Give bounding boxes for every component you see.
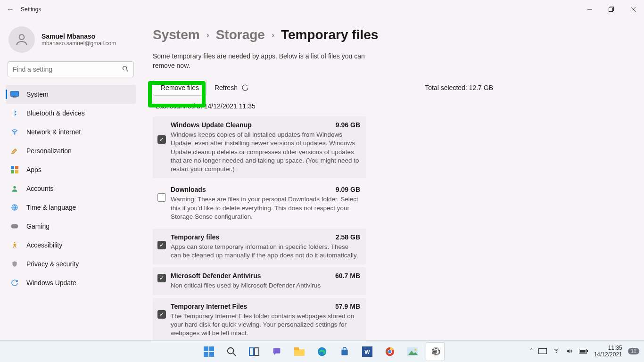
- settings-taskbar-icon[interactable]: [426, 342, 445, 361]
- search-input[interactable]: [8, 61, 134, 77]
- item-desc: Apps can store temporary information in …: [171, 243, 360, 260]
- start-button[interactable]: [199, 342, 218, 361]
- word-icon[interactable]: W: [358, 342, 377, 361]
- globe-icon: [10, 204, 19, 211]
- chrome-icon[interactable]: [380, 342, 399, 361]
- back-button[interactable]: ←: [7, 5, 21, 14]
- refresh-button[interactable]: Refresh: [212, 84, 249, 91]
- cleanup-item: ✓ Temporary Internet Files57.9 MB The Te…: [153, 298, 366, 343]
- svg-rect-27: [294, 349, 305, 356]
- sidebar-item-accounts[interactable]: Accounts: [6, 179, 136, 198]
- explorer-icon[interactable]: [290, 342, 309, 361]
- sidebar-item-update[interactable]: Windows Update: [6, 273, 136, 292]
- svg-point-18: [14, 242, 16, 243]
- sidebar: Samuel Mbanaso mbanaso.samuel@gmail.com …: [0, 19, 141, 344]
- svg-rect-21: [204, 352, 208, 357]
- sidebar-item-label: Apps: [26, 166, 41, 173]
- volume-icon[interactable]: [566, 348, 573, 354]
- update-icon: [10, 279, 19, 287]
- sidebar-item-personalization[interactable]: Personalization: [6, 141, 136, 160]
- svg-text:W: W: [364, 349, 370, 355]
- system-icon: [10, 91, 19, 98]
- window-title: Settings: [21, 6, 41, 13]
- wifi-tray-icon[interactable]: [553, 348, 560, 354]
- window-controls: [579, 0, 644, 19]
- content: System › Storage › Temporary files Some …: [141, 19, 644, 344]
- item-title: Microsoft Defender Antivirus: [171, 272, 261, 280]
- avatar: [8, 26, 35, 53]
- tray-chevron-icon[interactable]: ˄: [530, 348, 533, 354]
- remove-files-button[interactable]: Remove files: [153, 80, 207, 96]
- sidebar-item-apps[interactable]: Apps: [6, 160, 136, 179]
- chevron-right-icon: ›: [272, 30, 274, 40]
- item-title: Temporary files: [171, 233, 219, 241]
- breadcrumb-storage[interactable]: Storage: [216, 27, 265, 42]
- sidebar-item-system[interactable]: System: [6, 85, 136, 104]
- svg-rect-43: [580, 350, 586, 353]
- task-view[interactable]: [245, 342, 264, 361]
- breadcrumb-system[interactable]: System: [153, 27, 200, 42]
- svg-rect-28: [294, 347, 299, 350]
- item-title: Windows Update Cleanup: [171, 121, 252, 129]
- cleanup-item: Downloads9.09 GB Warning: These are file…: [153, 181, 366, 226]
- taskbar-search[interactable]: [222, 342, 241, 361]
- svg-rect-25: [249, 348, 254, 355]
- breadcrumb-page: Temporary files: [281, 27, 378, 42]
- keyboard-icon[interactable]: [538, 348, 547, 354]
- svg-rect-8: [11, 91, 19, 97]
- item-list: ✓ Windows Update Cleanup9.96 GB Windows …: [153, 116, 366, 342]
- close-button[interactable]: [622, 0, 644, 19]
- maximize-button[interactable]: [601, 0, 622, 19]
- sidebar-item-label: System: [26, 90, 49, 98]
- item-size: 9.09 GB: [336, 186, 360, 193]
- breadcrumb: System › Storage › Temporary files: [153, 27, 625, 42]
- sidebar-item-gaming[interactable]: Gaming: [6, 217, 136, 236]
- sidebar-item-bluetooth[interactable]: Bluetooth & devices: [6, 104, 136, 123]
- svg-rect-26: [255, 348, 259, 355]
- item-size: 60.7 MB: [335, 272, 360, 280]
- account-email: mbanaso.samuel@gmail.com: [41, 40, 116, 47]
- minimize-button[interactable]: [579, 0, 601, 19]
- photos-icon[interactable]: [403, 342, 422, 361]
- sidebar-item-label: Personalization: [26, 147, 72, 155]
- item-checkbox[interactable]: ✓: [157, 135, 166, 144]
- account-block[interactable]: Samuel Mbanaso mbanaso.samuel@gmail.com: [6, 24, 136, 59]
- item-checkbox[interactable]: ✓: [157, 274, 166, 282]
- item-title: Temporary Internet Files: [171, 303, 247, 310]
- bluetooth-icon: [10, 109, 19, 117]
- sidebar-item-label: Accounts: [26, 185, 54, 192]
- sidebar-item-network[interactable]: Network & internet: [6, 123, 136, 141]
- notification-badge[interactable]: 11: [628, 348, 639, 354]
- item-checkbox[interactable]: [157, 193, 166, 202]
- battery-icon[interactable]: [579, 348, 588, 354]
- svg-point-23: [228, 347, 234, 354]
- item-desc: Warning: These are files in your persona…: [171, 195, 360, 221]
- svg-line-24: [233, 353, 236, 356]
- store-icon[interactable]: [335, 342, 354, 361]
- edge-icon[interactable]: [313, 342, 331, 361]
- svg-rect-9: [13, 97, 17, 98]
- svg-point-37: [414, 349, 416, 351]
- sidebar-item-label: Windows Update: [26, 279, 76, 287]
- wifi-icon: [10, 129, 19, 135]
- item-size: 57.9 MB: [335, 303, 360, 310]
- cleanup-item: ✓ Microsoft Defender Antivirus60.7 MB No…: [153, 267, 366, 295]
- svg-line-7: [126, 70, 128, 71]
- item-checkbox[interactable]: ✓: [157, 241, 166, 249]
- clock[interactable]: 11:35 14/12/2021: [594, 345, 622, 358]
- sidebar-item-accessibility[interactable]: Accessibility: [6, 236, 136, 255]
- item-desc: The Temporary Internet Files folder cont…: [171, 312, 360, 338]
- sidebar-item-privacy[interactable]: Privacy & security: [6, 255, 136, 273]
- svg-rect-39: [538, 349, 546, 354]
- total-selected: Total selected: 12.7 GB: [425, 84, 493, 91]
- cleanup-item: ✓ Temporary files2.58 GB Apps can store …: [153, 229, 366, 264]
- item-checkbox[interactable]: ✓: [157, 310, 166, 319]
- chat-icon[interactable]: [267, 342, 286, 361]
- search-icon: [122, 65, 129, 73]
- apps-icon: [10, 166, 19, 173]
- cleanup-item: ✓ Windows Update Cleanup9.96 GB Windows …: [153, 116, 366, 178]
- svg-rect-12: [15, 166, 18, 169]
- sidebar-item-time[interactable]: Time & language: [6, 198, 136, 217]
- item-size: 9.96 GB: [336, 121, 360, 129]
- sidebar-item-label: Privacy & security: [26, 260, 79, 268]
